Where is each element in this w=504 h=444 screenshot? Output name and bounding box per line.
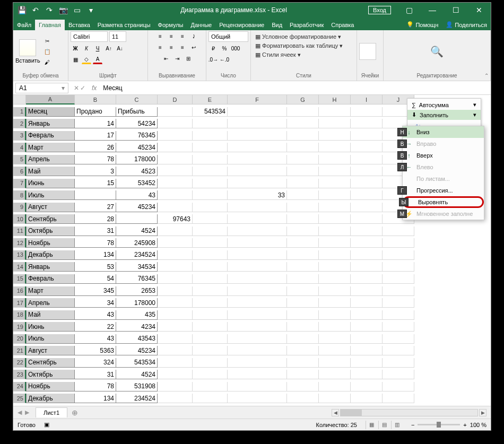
cell[interactable]: 97643	[158, 214, 193, 224]
cell[interactable]: 53452	[116, 179, 158, 188]
fill-down-item[interactable]: Н ↓ Вниз	[403, 126, 484, 138]
comma-icon[interactable]: 000	[231, 43, 240, 53]
cell[interactable]: 76345	[116, 274, 158, 284]
cell[interactable]	[319, 322, 351, 332]
cell[interactable]	[193, 155, 228, 164]
cell[interactable]: Март	[26, 286, 75, 296]
cell[interactable]: 43	[116, 190, 158, 200]
cell[interactable]: 45234	[116, 346, 158, 355]
cell[interactable]	[383, 370, 414, 379]
sheet-tab[interactable]: Лист1	[36, 407, 67, 417]
conditional-formatting-button[interactable]: ▦ Условное форматирование ▾	[255, 33, 341, 40]
cell[interactable]	[158, 107, 193, 117]
cell[interactable]	[158, 155, 193, 164]
cell[interactable]	[351, 214, 383, 224]
tab-home[interactable]: Главная	[35, 20, 65, 30]
cell[interactable]	[287, 155, 319, 164]
cell[interactable]: 27	[75, 203, 116, 212]
cell[interactable]	[228, 310, 287, 320]
row-header[interactable]: 19	[13, 322, 26, 332]
cell[interactable]	[228, 238, 287, 248]
cell[interactable]	[351, 250, 383, 260]
collapse-ribbon-icon[interactable]: ⌃	[484, 73, 489, 79]
bold-button[interactable]: Ж	[71, 43, 80, 53]
cell[interactable]: 4523	[116, 167, 158, 176]
cell[interactable]: Прибыль	[116, 107, 158, 117]
zoom-out-icon[interactable]: −	[411, 422, 414, 428]
cell[interactable]	[383, 262, 414, 272]
increase-decimal-icon[interactable]: .0→	[208, 55, 218, 64]
cell[interactable]: Август	[26, 346, 75, 355]
cell[interactable]	[351, 155, 383, 164]
cell-styles-button[interactable]: ▦ Стили ячеек ▾	[255, 51, 301, 58]
cell[interactable]	[287, 310, 319, 320]
cell[interactable]	[287, 358, 319, 368]
row-header[interactable]: 15	[13, 274, 26, 284]
cell[interactable]	[193, 394, 228, 403]
cell[interactable]	[319, 334, 351, 344]
format-painter-icon[interactable]: 🖌	[42, 57, 52, 67]
tab-data[interactable]: Данные	[187, 20, 215, 30]
macro-record-icon[interactable]: ▣	[44, 421, 49, 428]
prev-sheet-icon[interactable]: ◀	[18, 409, 22, 416]
row-header[interactable]: 16	[13, 286, 26, 296]
percent-icon[interactable]: %	[220, 43, 229, 53]
font-size-combo[interactable]: 11	[109, 31, 126, 42]
cell[interactable]	[228, 179, 287, 188]
align-middle-icon[interactable]: ≡	[167, 31, 176, 41]
cell[interactable]	[193, 167, 228, 176]
align-center-icon[interactable]: ≡	[167, 42, 176, 52]
cell[interactable]	[158, 394, 193, 403]
cell[interactable]: 78	[75, 382, 116, 391]
cell[interactable]	[158, 370, 193, 379]
cell[interactable]	[158, 310, 193, 320]
cell[interactable]	[193, 370, 228, 379]
border-icon[interactable]: ▦	[71, 55, 80, 64]
enter-formula-icon[interactable]: ✓	[80, 84, 85, 92]
cell[interactable]	[193, 274, 228, 284]
cell[interactable]	[351, 310, 383, 320]
align-top-icon[interactable]: ≡	[155, 31, 165, 41]
row-header[interactable]: 9	[13, 203, 26, 212]
cell[interactable]	[319, 298, 351, 308]
cell[interactable]	[228, 394, 287, 403]
cell[interactable]: Апрель	[26, 155, 75, 164]
cell[interactable]	[319, 370, 351, 379]
cell[interactable]: 76345	[116, 131, 158, 141]
cell[interactable]	[383, 394, 414, 403]
cell[interactable]	[319, 394, 351, 403]
cell[interactable]: 345	[75, 286, 116, 296]
cell[interactable]	[228, 131, 287, 141]
tab-insert[interactable]: Вставка	[65, 20, 94, 30]
column-header[interactable]: E	[193, 95, 228, 105]
cell[interactable]	[383, 227, 414, 236]
cell[interactable]	[228, 250, 287, 260]
cell[interactable]	[193, 119, 228, 128]
cell[interactable]	[319, 262, 351, 272]
row-header[interactable]: 18	[13, 310, 26, 320]
cell[interactable]	[193, 179, 228, 188]
row-header[interactable]: 1	[13, 107, 26, 117]
cell[interactable]: Февраль	[26, 131, 75, 141]
cell[interactable]	[158, 131, 193, 141]
cell[interactable]: Январь	[26, 262, 75, 272]
horizontal-scrollbar[interactable]: ◀ ▶	[332, 409, 486, 416]
column-header[interactable]: A	[26, 95, 75, 105]
cell[interactable]: Июль	[26, 334, 75, 344]
cell[interactable]	[383, 382, 414, 391]
cell[interactable]	[228, 346, 287, 355]
column-header[interactable]: C	[116, 95, 158, 105]
cell[interactable]: 543534	[116, 358, 158, 368]
cell[interactable]: 28	[75, 214, 116, 224]
cell[interactable]: 43	[75, 310, 116, 320]
cell[interactable]	[193, 334, 228, 344]
cell[interactable]	[287, 370, 319, 379]
fill-color-icon[interactable]: ◇	[82, 55, 91, 64]
cell[interactable]: Июнь	[26, 179, 75, 188]
cell[interactable]	[287, 394, 319, 403]
cell[interactable]	[287, 167, 319, 176]
cell[interactable]	[383, 310, 414, 320]
cell[interactable]	[228, 167, 287, 176]
column-header[interactable]: G	[287, 95, 319, 105]
name-box[interactable]: A1▾	[15, 83, 68, 93]
